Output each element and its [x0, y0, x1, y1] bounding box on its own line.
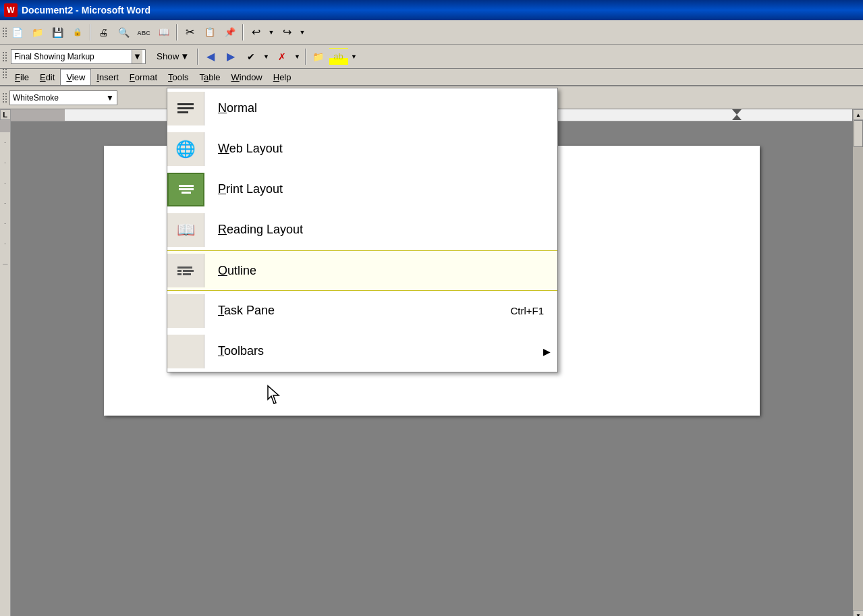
show-label: Show — [157, 51, 179, 61]
cut-button[interactable] — [180, 24, 199, 41]
standard-toolbar: 🔒 📖 ▼ ▼ — [0, 20, 863, 45]
menu-drag-handle — [3, 69, 7, 85]
outline-label: Outline — [204, 264, 557, 278]
format-drag-handle — [3, 93, 7, 103]
menu-item-task-pane[interactable]: Task Pane Ctrl+F1 — [167, 291, 557, 331]
print-layout-label: Print Layout — [204, 182, 557, 196]
ruler-corner-label: L — [3, 111, 7, 119]
menu-file[interactable]: File — [9, 69, 34, 85]
next-change-button[interactable]: ▶ — [221, 48, 240, 65]
toolbar-sep-1 — [90, 24, 91, 40]
vtick-4: - — [4, 193, 6, 213]
style-label: WhiteSmoke — [13, 93, 106, 103]
ruler-corner-button[interactable]: L — [0, 109, 11, 120]
tracking-toolbar: Final Showing Markup ▼ Show ▼ ◀ ▶ ✔ ▼ ✗ … — [0, 45, 863, 69]
menu-window[interactable]: Window — [226, 69, 268, 85]
redo-button[interactable] — [277, 24, 296, 41]
vtick-2: - — [4, 152, 6, 173]
task-pane-label: Task Pane — [204, 304, 510, 318]
style-arrow[interactable]: ▼ — [106, 93, 114, 103]
tracking-drag-handle — [3, 52, 7, 61]
prev-change-button[interactable]: ◀ — [201, 48, 220, 65]
undo-dropdown[interactable]: ▼ — [267, 24, 276, 41]
vertical-scrollbar[interactable]: ▲ ▼ — [852, 109, 863, 616]
accept-dropdown[interactable]: ▼ — [262, 48, 271, 65]
ruler-grey-left — [11, 109, 65, 121]
undo-button[interactable] — [246, 24, 265, 41]
web-globe-icon: 🌐 — [175, 140, 196, 159]
hourglass-bottom — [732, 115, 742, 120]
scroll-thumb[interactable] — [854, 120, 863, 147]
web-layout-icon: 🌐 — [167, 132, 204, 166]
accept-change-button[interactable]: ✔ — [242, 48, 260, 65]
reject-dropdown[interactable]: ▼ — [293, 48, 302, 65]
task-pane-icon — [167, 294, 204, 328]
print-layout-img — [179, 185, 194, 194]
menu-bar: File Edit View Insert Format Tools Table… — [0, 69, 863, 86]
menu-item-reading-layout[interactable]: 📖 Reading Layout — [167, 210, 557, 250]
menu-tools[interactable]: Tools — [163, 69, 194, 85]
toolbar-sep-2 — [176, 24, 177, 40]
menu-item-print-layout[interactable]: Print Layout — [167, 169, 557, 210]
toolbar-sep-3 — [242, 24, 244, 40]
new-button[interactable] — [7, 24, 26, 41]
menu-edit[interactable]: Edit — [34, 69, 60, 85]
reject-change-button[interactable]: ✗ — [273, 48, 291, 65]
vtick-1: - — [4, 132, 6, 152]
word-icon: W — [4, 3, 18, 17]
vtick-5: - — [4, 213, 6, 233]
menu-view[interactable]: View — [60, 69, 91, 85]
web-layout-label: Web Layout — [204, 142, 557, 156]
style-dropdown[interactable]: WhiteSmoke ▼ — [9, 90, 117, 105]
reading-layout-label: Reading Layout — [204, 223, 557, 237]
spell-button[interactable] — [134, 24, 153, 41]
print-button[interactable] — [94, 24, 113, 41]
print-preview-button[interactable] — [114, 24, 133, 41]
title-bar: W Document2 - Microsoft Word — [0, 0, 863, 20]
scroll-down-button[interactable]: ▼ — [853, 610, 863, 616]
menu-help[interactable]: Help — [268, 69, 297, 85]
tracking-sep-2 — [305, 49, 306, 65]
redo-dropdown[interactable]: ▼ — [298, 24, 307, 41]
toolbars-icon — [167, 335, 204, 368]
menu-item-web-layout[interactable]: 🌐 Web Layout — [167, 129, 557, 169]
open-button[interactable] — [28, 24, 47, 41]
highlight-dropdown[interactable]: ▼ — [350, 48, 359, 65]
tracking-dropdown[interactable]: Final Showing Markup ▼ — [11, 49, 146, 64]
permission-button[interactable]: 🔒 — [68, 24, 87, 41]
normal-label: Normal — [204, 101, 557, 115]
menu-format[interactable]: Format — [124, 69, 163, 85]
tracking-dropdown-arrow[interactable]: ▼ — [132, 50, 142, 63]
scroll-track[interactable] — [853, 120, 863, 610]
toolbars-arrow: ▶ — [543, 346, 557, 357]
normal-icon — [167, 92, 204, 125]
outline-icon — [167, 254, 204, 287]
show-button[interactable]: Show ▼ — [152, 48, 194, 65]
copy-button[interactable] — [200, 24, 219, 41]
highlight-button[interactable]: ab — [329, 48, 348, 65]
vertical-ruler: L - - - - - - — — [0, 109, 11, 616]
view-dropdown-menu: Normal 🌐 Web Layout Print Layout 📖 Re — [167, 88, 558, 372]
tracking-sep-1 — [197, 49, 198, 65]
reading-layout-icon: 📖 — [167, 213, 204, 247]
task-pane-shortcut: Ctrl+F1 — [510, 305, 557, 316]
vtick-7: — — [3, 254, 8, 274]
menu-item-outline[interactable]: Outline — [167, 250, 557, 291]
research-button[interactable]: 📖 — [155, 24, 173, 41]
toolbar-drag-handle — [3, 28, 7, 37]
window-title: Document2 - Microsoft Word — [22, 5, 859, 16]
menu-item-normal[interactable]: Normal — [167, 88, 557, 129]
outline-img — [176, 265, 195, 277]
paste-button[interactable] — [221, 24, 240, 41]
scroll-up-button[interactable]: ▲ — [853, 109, 863, 120]
save-button[interactable] — [48, 24, 67, 41]
menu-item-toolbars[interactable]: Toolbars ▶ — [167, 331, 557, 372]
menu-table[interactable]: Table — [194, 69, 225, 85]
hourglass-top — [732, 109, 742, 115]
show-arrow: ▼ — [180, 51, 189, 61]
margin-marker — [729, 109, 744, 121]
menu-insert[interactable]: Insert — [91, 69, 124, 85]
comments-button[interactable]: 📁 — [309, 48, 328, 65]
book-icon: 📖 — [177, 221, 195, 239]
vtick-6: - — [4, 233, 6, 254]
